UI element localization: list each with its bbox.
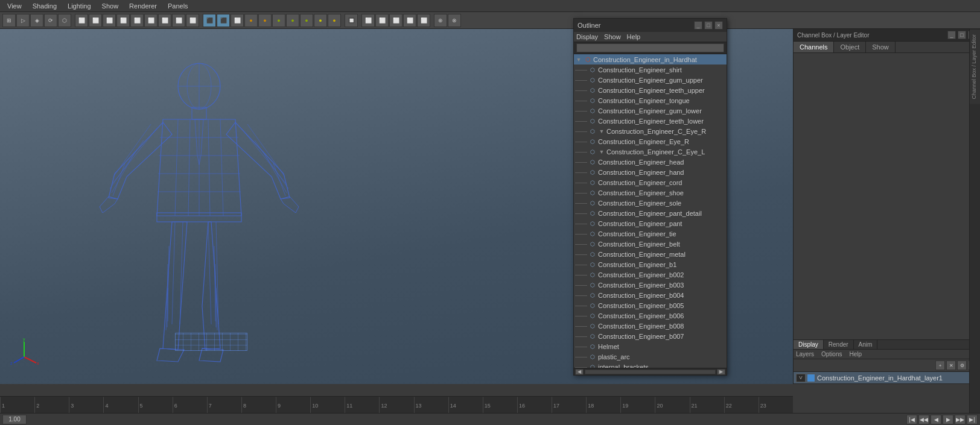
outliner-item-c_eye_l[interactable]: ——⬡▼Construction_Engineer_C_Eye_L — [574, 146, 727, 157]
scroll-right-button[interactable]: ▶ — [717, 369, 725, 375]
toolbar-btn-10[interactable]: ⬜ — [130, 14, 144, 27]
outliner-list[interactable]: ▼⬡Construction_Engineer_in_Hardhat——⬡Con… — [574, 54, 727, 368]
vertical-tab-channel-box[interactable]: Channel Box / Layer Editor — [970, 29, 980, 104]
toolbar-btn-27[interactable]: ⬜ — [375, 14, 389, 27]
outliner-item-teeth_lower[interactable]: ——⬡Construction_Engineer_teeth_lower — [574, 116, 727, 126]
toolbar-btn-29[interactable]: ⬜ — [403, 14, 416, 27]
scroll-left-button[interactable]: ◀ — [575, 369, 584, 375]
outliner-item-b007[interactable]: ——⬡Construction_Engineer_b007 — [574, 331, 727, 341]
toolbar-btn-9[interactable]: ⬜ — [116, 14, 130, 27]
toolbar-btn-20[interactable]: ● — [272, 14, 285, 27]
toolbar-btn-14[interactable]: ⬜ — [186, 14, 199, 27]
outliner-item-pant[interactable]: ——⬡Construction_Engineer_pant — [574, 218, 727, 228]
outliner-restore[interactable]: □ — [704, 21, 713, 30]
outliner-item-internal_brackets[interactable]: ——⬡internal_brackets — [574, 362, 727, 368]
toolbar-btn-21[interactable]: ● — [286, 14, 299, 27]
outliner-item-b004[interactable]: ——⬡Construction_Engineer_b004 — [574, 290, 727, 300]
outliner-item-sole[interactable]: ——⬡Construction_Engineer_sole — [574, 198, 727, 208]
tab-show[interactable]: Show — [866, 42, 896, 52]
menu-shading[interactable]: Shading — [28, 2, 62, 10]
menu-show[interactable]: Show — [97, 2, 124, 10]
toolbar-btn-1[interactable]: ⊞ — [2, 14, 16, 27]
toolbar-btn-32[interactable]: ⊗ — [448, 14, 461, 27]
outliner-item-c_eye_r[interactable]: ——⬡▼Construction_Engineer_C_Eye_R — [574, 126, 727, 136]
layer-tab-anim[interactable]: Anim — [854, 340, 878, 349]
outliner-horizontal-scrollbar[interactable]: ◀ ▶ — [574, 368, 727, 375]
outliner-item-hand[interactable]: ——⬡Construction_Engineer_hand — [574, 167, 727, 177]
outliner-item-teeth_upper[interactable]: ——⬡Construction_Engineer_teeth_upper — [574, 85, 727, 95]
outliner-item-b1[interactable]: ——⬡Construction_Engineer_b1 — [574, 259, 727, 269]
layer-sub-help[interactable]: Help — [849, 350, 862, 359]
toolbar-btn-15[interactable]: ⬛ — [203, 14, 216, 27]
outliner-item-gum_lower[interactable]: ——⬡Construction_Engineer_gum_lower — [574, 105, 727, 116]
tab-channels[interactable]: Channels — [794, 42, 834, 52]
outliner-menu-show[interactable]: Show — [604, 33, 621, 40]
outliner-item-b002[interactable]: ——⬡Construction_Engineer_b002 — [574, 269, 727, 280]
current-frame-input[interactable]: 1.00 — [2, 415, 27, 424]
outliner-item-cord[interactable]: ——⬡Construction_Engineer_cord — [574, 177, 727, 187]
toolbar-btn-24[interactable]: ● — [328, 14, 341, 27]
outliner-expand-icon-root[interactable]: ▼ — [575, 56, 582, 63]
horizontal-scrollbar-track[interactable] — [585, 370, 716, 374]
playback-go-start[interactable]: |◀ — [906, 415, 917, 424]
right-panel-maximize[interactable]: □ — [958, 31, 966, 39]
delete-layer-button[interactable]: ✕ — [946, 360, 956, 370]
outliner-item-shirt[interactable]: ——⬡Construction_Engineer_shirt — [574, 65, 727, 75]
playback-go-end[interactable]: ▶| — [967, 415, 978, 424]
outliner-item-helmet[interactable]: ——⬡Helmet — [574, 341, 727, 351]
toolbar-btn-30[interactable]: ⬜ — [417, 14, 430, 27]
toolbar-btn-6[interactable]: ⬜ — [75, 14, 88, 27]
toolbar-btn-2[interactable]: ▷ — [16, 14, 30, 27]
layer-visibility-toggle[interactable]: V — [796, 374, 806, 382]
toolbar-btn-5[interactable]: ⬡ — [58, 14, 71, 27]
layer-row[interactable]: V Construction_Engineer_in_Hardhat_layer… — [794, 372, 980, 384]
toolbar-btn-16[interactable]: ⬛ — [217, 14, 230, 27]
timeline-ruler[interactable]: 1234567891011121314151617181920212223 — [0, 397, 793, 414]
menu-lighting[interactable]: Lighting — [63, 2, 96, 10]
tab-object[interactable]: Object — [834, 42, 866, 52]
playback-prev-frame[interactable]: ◀ — [931, 415, 941, 424]
outliner-close[interactable]: × — [714, 21, 723, 30]
layer-sub-options[interactable]: Options — [821, 350, 842, 359]
toolbar-btn-13[interactable]: ⬜ — [172, 14, 185, 27]
outliner-item-shoe[interactable]: ——⬡Construction_Engineer_shoe — [574, 187, 727, 198]
toolbar-btn-22[interactable]: ● — [300, 14, 313, 27]
toolbar-btn-12[interactable]: ⬜ — [158, 14, 171, 27]
layer-tab-render[interactable]: Render — [824, 340, 854, 349]
toolbar-btn-17[interactable]: ⬜ — [231, 14, 244, 27]
outliner-item-b005[interactable]: ——⬡Construction_Engineer_b005 — [574, 300, 727, 310]
outliner-item-gum_upper[interactable]: ——⬡Construction_Engineer_gum_upper — [574, 75, 727, 85]
right-panel-minimize[interactable]: _ — [947, 31, 956, 39]
new-layer-button[interactable]: + — [935, 360, 945, 370]
layer-options-button[interactable]: ⚙ — [957, 360, 967, 370]
playback-next-frame[interactable]: ▶▶ — [955, 415, 966, 424]
toolbar-btn-25[interactable]: 🔲 — [345, 14, 358, 27]
menu-view[interactable]: View — [2, 2, 27, 10]
outliner-item-belt[interactable]: ——⬡Construction_Engineer_belt — [574, 239, 727, 249]
toolbar-btn-11[interactable]: ⬜ — [144, 14, 158, 27]
outliner-search-input[interactable] — [576, 43, 724, 52]
toolbar-btn-4[interactable]: ⟳ — [44, 14, 57, 27]
toolbar-btn-26[interactable]: ⬜ — [361, 14, 375, 27]
outliner-item-b008[interactable]: ——⬡Construction_Engineer_b008 — [574, 321, 727, 331]
outliner-item-root[interactable]: ▼⬡Construction_Engineer_in_Hardhat — [574, 54, 727, 65]
outliner-titlebar[interactable]: Outliner _ □ × — [574, 19, 727, 32]
toolbar-btn-18[interactable]: ● — [244, 14, 258, 27]
outliner-item-eye_r[interactable]: ——⬡Construction_Engineer_Eye_R — [574, 136, 727, 146]
outliner-item-metal[interactable]: ——⬡Construction_Engineer_metal — [574, 249, 727, 259]
playback-play[interactable]: ▶ — [943, 415, 953, 424]
menu-renderer[interactable]: Renderer — [124, 2, 162, 10]
outliner-item-tie[interactable]: ——⬡Construction_Engineer_tie — [574, 228, 727, 239]
toolbar-btn-7[interactable]: ⬜ — [89, 14, 102, 27]
outliner-item-tongue[interactable]: ——⬡Construction_Engineer_tongue — [574, 95, 727, 105]
toolbar-btn-23[interactable]: ● — [314, 14, 327, 27]
layer-sub-layers[interactable]: Layers — [796, 350, 814, 359]
outliner-item-plastic_arc[interactable]: ——⬡plastic_arc — [574, 351, 727, 362]
toolbar-btn-3[interactable]: ◈ — [30, 14, 43, 27]
outliner-item-b006[interactable]: ——⬡Construction_Engineer_b006 — [574, 310, 727, 321]
outliner-item-head[interactable]: ——⬡Construction_Engineer_head — [574, 157, 727, 167]
outliner-minimize[interactable]: _ — [694, 21, 702, 30]
playback-step-back[interactable]: ◀◀ — [918, 415, 929, 424]
toolbar-btn-8[interactable]: ⬜ — [103, 14, 116, 27]
toolbar-btn-31[interactable]: ⊕ — [434, 14, 447, 27]
